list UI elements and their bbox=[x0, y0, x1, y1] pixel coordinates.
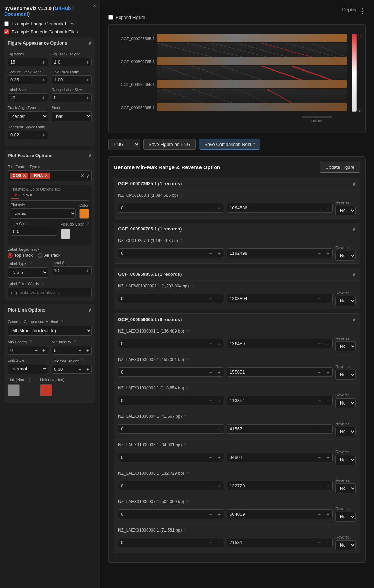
range-max-plus-0-0[interactable]: + bbox=[324, 203, 332, 212]
pseudo-color-help[interactable]: ? bbox=[87, 221, 89, 227]
feature-track-ratio-plus[interactable]: + bbox=[40, 76, 48, 84]
linewidth-field[interactable] bbox=[11, 227, 41, 235]
range-max-plus-3-0[interactable]: + bbox=[324, 339, 332, 348]
range-max-minus-3-4[interactable]: − bbox=[315, 453, 324, 462]
range-min-plus-3-7[interactable]: + bbox=[215, 538, 224, 547]
update-figure-button[interactable]: Update Figure bbox=[320, 162, 360, 173]
genome-group-header-1[interactable]: GCF_000800785.1 (1 records)∧ bbox=[114, 223, 360, 235]
range-min-minus-3-4[interactable]: − bbox=[206, 453, 215, 462]
fig-track-height-plus[interactable]: + bbox=[84, 58, 91, 66]
range-min-field-3-2[interactable] bbox=[118, 396, 206, 405]
record-info-icon-3-0[interactable]: ? bbox=[186, 329, 189, 334]
figure-appearance-header[interactable]: Figure Appearance Options ∧ bbox=[4, 37, 95, 48]
range-min-field-3-1[interactable] bbox=[118, 368, 206, 376]
range-max-field-3-2[interactable] bbox=[227, 396, 315, 405]
range-label-size-field[interactable] bbox=[52, 94, 76, 102]
genome-group-header-2[interactable]: GCF_000959055.1 (1 records)∧ bbox=[114, 268, 360, 280]
save-figure-button[interactable]: Save Figure as PNG bbox=[143, 139, 196, 150]
linewidth-plus[interactable]: + bbox=[49, 228, 57, 235]
reverse-select-3-6[interactable]: NoYes bbox=[335, 512, 356, 522]
range-max-plus-3-4[interactable]: + bbox=[324, 453, 332, 462]
link-normal-color[interactable] bbox=[8, 384, 20, 396]
tags-expand[interactable]: ∨ bbox=[86, 173, 89, 179]
range-max-minus-0-0[interactable]: − bbox=[315, 203, 324, 212]
min-length-plus[interactable]: + bbox=[40, 347, 48, 354]
range-max-minus-3-1[interactable]: − bbox=[315, 368, 324, 376]
fig-width-plus[interactable]: + bbox=[40, 58, 48, 66]
label-size-field[interactable] bbox=[8, 94, 32, 102]
reverse-select-3-3[interactable]: NoYes bbox=[335, 427, 356, 436]
range-max-minus-3-5[interactable]: − bbox=[315, 481, 324, 490]
range-min-minus-3-5[interactable]: − bbox=[206, 481, 215, 490]
reverse-select-3-2[interactable]: NoYes bbox=[335, 398, 356, 408]
link-track-ratio-field[interactable] bbox=[52, 76, 76, 84]
pseudo-color-swatch[interactable] bbox=[61, 229, 70, 239]
min-identity-field[interactable] bbox=[52, 346, 76, 354]
range-min-minus-3-6[interactable]: − bbox=[206, 510, 215, 519]
min-length-help[interactable]: ? bbox=[29, 339, 32, 345]
range-max-plus-3-5[interactable]: + bbox=[324, 481, 332, 490]
segment-space-minus[interactable]: − bbox=[32, 131, 40, 139]
plot-feature-header[interactable]: Plot Feature Options ∧ bbox=[4, 150, 95, 161]
github-link[interactable]: GitHub bbox=[55, 6, 71, 11]
segment-space-plus[interactable]: + bbox=[40, 131, 48, 139]
range-min-plus-3-0[interactable]: + bbox=[215, 339, 224, 348]
fig-width-minus[interactable]: − bbox=[32, 58, 40, 66]
expand-figure-checkbox[interactable] bbox=[108, 15, 113, 20]
range-min-field-3-5[interactable] bbox=[118, 481, 206, 490]
link-inverted-color[interactable] bbox=[40, 384, 52, 396]
range-min-minus-1-0[interactable]: − bbox=[206, 249, 215, 258]
colorbar-height-minus[interactable]: − bbox=[76, 366, 84, 373]
label-filter-input[interactable] bbox=[8, 288, 92, 297]
range-max-minus-3-7[interactable]: − bbox=[315, 538, 324, 547]
plotstyle-select[interactable]: arrowbigarrowbigboxbox bbox=[11, 208, 76, 219]
fig-width-field[interactable] bbox=[8, 58, 32, 66]
feature-track-ratio-minus[interactable]: − bbox=[32, 76, 40, 84]
range-max-field-2-0[interactable] bbox=[227, 294, 315, 303]
reverse-select-3-5[interactable]: NoYes bbox=[335, 483, 356, 493]
bacteria-label[interactable]: Example Bacteria Genbank Files bbox=[12, 29, 78, 34]
record-info-icon-3-2[interactable]: ? bbox=[186, 386, 189, 391]
record-info-icon-3-3[interactable]: ? bbox=[184, 414, 186, 419]
range-max-minus-3-2[interactable]: − bbox=[315, 396, 324, 405]
range-max-plus-3-3[interactable]: + bbox=[324, 425, 332, 433]
range-max-field-0-0[interactable] bbox=[227, 203, 315, 212]
range-min-minus-3-0[interactable]: − bbox=[206, 339, 215, 348]
label-type-help[interactable]: ? bbox=[29, 261, 32, 266]
range-min-plus-3-6[interactable]: + bbox=[215, 510, 224, 519]
range-min-minus-3-3[interactable]: − bbox=[206, 425, 215, 433]
bacteria-checkbox[interactable] bbox=[4, 29, 9, 34]
document-link[interactable]: Document bbox=[4, 11, 28, 17]
label-size-plus[interactable]: + bbox=[40, 94, 48, 102]
track-align-select[interactable]: centerleftright bbox=[8, 111, 48, 121]
reverse-select-0-0[interactable]: NoYes bbox=[335, 206, 356, 215]
format-select[interactable]: PNGSVGPDF bbox=[108, 139, 140, 150]
tag-rrna-remove[interactable]: ✕ bbox=[45, 174, 48, 178]
min-length-field[interactable] bbox=[8, 346, 32, 354]
range-min-plus-2-0[interactable]: + bbox=[215, 294, 224, 303]
genome-comparison-select[interactable]: MUMmer (nucleotide) MUMmer (protein) BLA… bbox=[8, 326, 92, 336]
colorbar-height-help[interactable]: ? bbox=[81, 358, 83, 363]
range-max-plus-1-0[interactable]: + bbox=[324, 249, 332, 258]
range-min-field-3-3[interactable] bbox=[118, 425, 206, 433]
feature-track-ratio-field[interactable] bbox=[8, 76, 32, 84]
phage-checkbox[interactable] bbox=[4, 21, 9, 26]
range-min-field-2-0[interactable] bbox=[118, 294, 206, 303]
genome-group-header-3[interactable]: GCF_000959065.1 (8 records)∧ bbox=[114, 314, 360, 326]
range-label-size-minus[interactable]: − bbox=[76, 94, 84, 102]
colorbar-height-field[interactable] bbox=[52, 365, 76, 373]
label-size-field-2[interactable] bbox=[52, 267, 76, 275]
tab-cds[interactable]: CDS bbox=[11, 193, 19, 199]
range-max-minus-3-3[interactable]: − bbox=[315, 425, 324, 433]
range-max-field-3-3[interactable] bbox=[227, 425, 315, 433]
range-max-plus-2-0[interactable]: + bbox=[324, 294, 332, 303]
range-min-minus-3-2[interactable]: − bbox=[206, 396, 215, 405]
tab-rrna[interactable]: rRNA bbox=[23, 193, 32, 199]
label-filter-help[interactable]: ? bbox=[41, 281, 44, 286]
tag-cds-remove[interactable]: ✕ bbox=[23, 174, 26, 178]
range-max-plus-3-2[interactable]: + bbox=[324, 396, 332, 405]
color-picker[interactable] bbox=[79, 209, 89, 219]
linewidth-minus[interactable]: − bbox=[41, 228, 49, 235]
record-info-icon-3-4[interactable]: ? bbox=[184, 442, 186, 448]
range-max-minus-3-6[interactable]: − bbox=[315, 510, 324, 519]
